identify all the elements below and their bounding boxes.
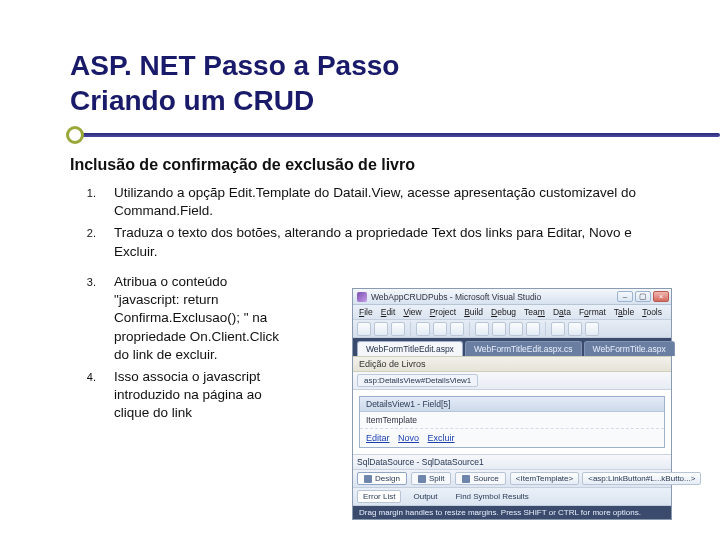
- link-excluir[interactable]: Excluir: [428, 433, 455, 443]
- minimize-button[interactable]: –: [617, 291, 633, 302]
- step-text: Utilizando a opçãp Edit.Template do Data…: [114, 184, 660, 220]
- tab-webform-title[interactable]: WebFormTitle.aspx: [584, 341, 675, 356]
- link-editar[interactable]: Editar: [366, 433, 390, 443]
- view-mode-strip: Design Split Source <ItemTemplate> <asp:…: [353, 470, 671, 488]
- tab-webform-edit-cs[interactable]: WebFormTitleEdit.aspx.cs: [465, 341, 582, 356]
- toolbar-button[interactable]: [475, 322, 489, 336]
- toolbar-button[interactable]: [509, 322, 523, 336]
- datasource-bar: SqlDataSource - SqlDataSource1: [353, 455, 671, 470]
- title-line-1: ASP. NET Passo a Passo: [70, 50, 399, 81]
- view-tab-split[interactable]: Split: [411, 472, 452, 485]
- designer-surface: DetailsView1 - Field[5] ItemTemplate Edi…: [353, 390, 671, 455]
- toolbar-button[interactable]: [526, 322, 540, 336]
- status-bar: Drag margin handles to resize margins. P…: [353, 506, 671, 519]
- command-links: Editar Novo Excluir: [360, 429, 664, 447]
- visual-studio-icon: [357, 292, 367, 302]
- tab-find-symbol[interactable]: Find Symbol Results: [449, 490, 534, 503]
- close-button[interactable]: ×: [653, 291, 669, 302]
- menu-project[interactable]: Project: [430, 307, 456, 317]
- step-text: Traduza o texto dos botões, alterando a …: [114, 224, 660, 260]
- slide-title: ASP. NET Passo a Passo Criando um CRUD: [70, 48, 660, 118]
- step-number: 4.: [70, 368, 114, 385]
- source-icon: [462, 475, 470, 483]
- menu-tools[interactable]: Tools: [642, 307, 662, 317]
- menu-debug[interactable]: Debug: [491, 307, 516, 317]
- toolbar-button[interactable]: [492, 322, 506, 336]
- ide-window-title: WebAppCRUDPubs - Microsoft Visual Studio: [371, 292, 541, 302]
- tab-webform-edit[interactable]: WebFormTitleEdit.aspx: [357, 341, 463, 356]
- menu-build[interactable]: Build: [464, 307, 483, 317]
- template-row-label: ItemTemplate: [360, 412, 664, 429]
- step-number: 1.: [70, 184, 114, 201]
- breadcrumb-bar: asp:DetailsView#DetailsView1: [353, 372, 671, 390]
- title-underline: [66, 126, 660, 144]
- toolbar-button[interactable]: [391, 322, 405, 336]
- output-tabs: Error List Output Find Symbol Results: [353, 488, 671, 506]
- toolbar-button[interactable]: [433, 322, 447, 336]
- datasource-label: SqlDataSource - SqlDataSource1: [357, 457, 484, 467]
- step-text: Isso associa o javascript introduzido na…: [114, 368, 282, 423]
- template-header: DetailsView1 - Field[5]: [360, 397, 664, 412]
- split-icon: [418, 475, 426, 483]
- design-icon: [364, 475, 372, 483]
- view-tab-source[interactable]: Source: [455, 472, 505, 485]
- step-item: 1. Utilizando a opçãp Edit.Template do D…: [70, 184, 660, 220]
- toolbar-button[interactable]: [357, 322, 371, 336]
- tag-chip[interactable]: <asp:LinkButton#L...kButto...>: [582, 472, 701, 485]
- menu-file[interactable]: File: [359, 307, 373, 317]
- title-line-2: Criando um CRUD: [70, 85, 314, 116]
- toolbar-button[interactable]: [374, 322, 388, 336]
- menu-team[interactable]: Team: [524, 307, 545, 317]
- ide-titlebar: WebAppCRUDPubs - Microsoft Visual Studio…: [353, 289, 671, 305]
- menu-format[interactable]: Format: [579, 307, 606, 317]
- menu-table[interactable]: Table: [614, 307, 634, 317]
- view-tab-design[interactable]: Design: [357, 472, 407, 485]
- toolbar-button[interactable]: [416, 322, 430, 336]
- breadcrumb[interactable]: asp:DetailsView#DetailsView1: [357, 374, 478, 387]
- tag-chip[interactable]: <ItemTemplate>: [510, 472, 579, 485]
- ide-menubar: File Edit View Project Build Debug Team …: [353, 305, 671, 320]
- maximize-button[interactable]: ▢: [635, 291, 651, 302]
- menu-data[interactable]: Data: [553, 307, 571, 317]
- toolbar-button[interactable]: [568, 322, 582, 336]
- ide-toolbar: [353, 320, 671, 338]
- page-heading: Edição de Livros: [353, 356, 671, 372]
- menu-edit[interactable]: Edit: [381, 307, 396, 317]
- step-number: 3.: [70, 273, 114, 290]
- step-text: Atribua o conteúdo "javascript: return C…: [114, 273, 282, 364]
- tab-output[interactable]: Output: [407, 490, 443, 503]
- tab-error-list[interactable]: Error List: [357, 490, 401, 503]
- step-item: 2. Traduza o texto dos botões, alterando…: [70, 224, 660, 260]
- section-subheading: Inclusão de confirmação de exclusão de l…: [70, 156, 660, 174]
- ide-screenshot: WebAppCRUDPubs - Microsoft Visual Studio…: [352, 288, 672, 520]
- step-number: 2.: [70, 224, 114, 241]
- link-novo[interactable]: Novo: [398, 433, 419, 443]
- document-tabs: WebFormTitleEdit.aspx WebFormTitleEdit.a…: [353, 338, 671, 356]
- toolbar-button[interactable]: [551, 322, 565, 336]
- toolbar-button[interactable]: [585, 322, 599, 336]
- detailsview-template: DetailsView1 - Field[5] ItemTemplate Edi…: [359, 396, 665, 448]
- menu-view[interactable]: View: [403, 307, 421, 317]
- toolbar-button[interactable]: [450, 322, 464, 336]
